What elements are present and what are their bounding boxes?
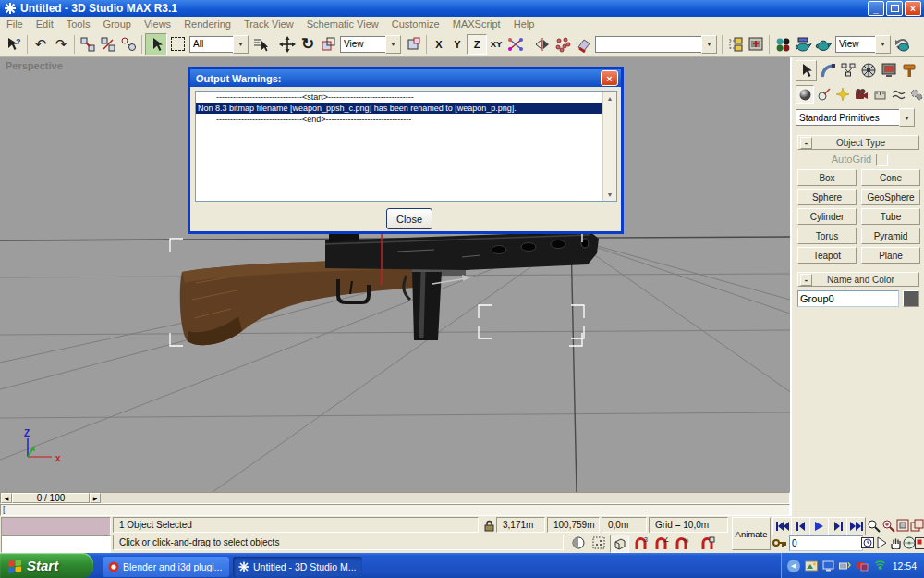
zoom-extents-all-icon[interactable] xyxy=(910,517,924,534)
snap-dotted-icon[interactable] xyxy=(590,535,607,551)
start-button[interactable]: Start xyxy=(0,553,93,578)
geosphere-button[interactable]: GeoSphere xyxy=(861,189,920,205)
tab-create[interactable] xyxy=(796,60,817,81)
menu-file[interactable]: File xyxy=(6,18,23,30)
spinner-snap-icon[interactable] xyxy=(699,535,716,551)
select-and-link-icon[interactable] xyxy=(78,34,98,55)
category-geometry-icon[interactable] xyxy=(796,85,814,104)
current-frame-input[interactable] xyxy=(789,535,863,551)
listbox-scrollbar[interactable]: ▲ ▼ xyxy=(602,92,616,201)
dialog-close-action-button[interactable]: Close xyxy=(386,208,432,229)
scroll-up-icon[interactable]: ▲ xyxy=(603,92,616,105)
cone-button[interactable]: Cone xyxy=(861,169,920,186)
cylinder-button[interactable]: Cylinder xyxy=(797,208,857,225)
menu-views[interactable]: Views xyxy=(144,18,171,30)
object-type-rollout[interactable]: - Object Type xyxy=(797,135,919,150)
taskbar-task-3dsmax[interactable]: Untitled - 3D Studio M... xyxy=(233,557,362,577)
category-helpers-icon[interactable] xyxy=(871,86,888,103)
teapot-button[interactable]: Teapot xyxy=(797,247,857,264)
help-mode-icon[interactable]: ? xyxy=(4,34,24,55)
menu-customize[interactable]: Customize xyxy=(392,18,440,30)
object-color-swatch[interactable] xyxy=(903,290,919,307)
menu-edit[interactable]: Edit xyxy=(36,18,54,30)
tab-display[interactable] xyxy=(879,60,898,80)
render-scene-icon[interactable] xyxy=(793,34,813,55)
menu-track-view[interactable]: Track View xyxy=(244,18,294,30)
render-type-dropdown[interactable]: View ▼ xyxy=(835,36,891,53)
min-max-toggle-icon[interactable] xyxy=(915,535,924,551)
play-button[interactable] xyxy=(809,517,829,535)
track-bar[interactable]: [ xyxy=(0,504,790,516)
angle-snap-icon[interactable]: ∠ xyxy=(652,535,670,551)
tab-modify[interactable] xyxy=(818,60,837,80)
time-slider-track[interactable]: ◀ 0 / 100 ▶ xyxy=(0,492,790,504)
tray-chevron-icon[interactable]: ◀ xyxy=(787,560,800,572)
category-lights-icon[interactable] xyxy=(834,86,851,103)
tray-display-icon[interactable] xyxy=(822,560,834,572)
undo-icon[interactable]: ↶ xyxy=(30,34,51,55)
key-mode-icon[interactable] xyxy=(772,535,787,551)
degradation-override-icon[interactable] xyxy=(569,535,587,551)
category-cameras-icon[interactable] xyxy=(853,86,869,103)
list-item-selected[interactable]: Non 8.3 bitmap filename [weapon_ppsh_c.p… xyxy=(196,103,602,114)
maxscript-mini-listener-white[interactable] xyxy=(1,535,111,553)
region-select-icon[interactable] xyxy=(167,34,188,55)
time-slider-prev-icon[interactable]: ◀ xyxy=(1,493,12,503)
align-icon[interactable] xyxy=(573,34,593,55)
arc-rotate-icon[interactable] xyxy=(903,535,916,551)
restrict-xy-button[interactable]: XY xyxy=(487,35,505,54)
select-and-move-icon[interactable] xyxy=(277,34,298,55)
restrict-x-button[interactable]: X xyxy=(430,35,448,54)
track-view-icon[interactable] xyxy=(725,34,746,55)
zoom-extents-icon[interactable] xyxy=(896,517,910,534)
animate-button[interactable]: Animate xyxy=(732,517,771,550)
snap-nodes-icon[interactable] xyxy=(505,34,526,55)
menu-help[interactable]: Help xyxy=(514,18,535,30)
menu-tools[interactable]: Tools xyxy=(67,18,91,30)
schematic-view-icon[interactable] xyxy=(746,34,766,55)
zoom-icon[interactable] xyxy=(867,517,881,534)
restore-button[interactable] xyxy=(886,1,903,16)
snap-toggle-3d-icon[interactable] xyxy=(610,535,629,553)
select-and-scale-icon[interactable] xyxy=(318,34,338,55)
material-editor-icon[interactable] xyxy=(772,34,793,55)
quick-render-icon[interactable] xyxy=(813,34,833,55)
scroll-down-icon[interactable]: ▼ xyxy=(603,188,616,201)
array-icon[interactable] xyxy=(553,34,573,55)
go-to-end-button[interactable] xyxy=(846,517,866,535)
tab-hierarchy[interactable] xyxy=(838,60,857,80)
list-item[interactable]: -------------------------------<end>----… xyxy=(196,114,616,125)
next-frame-button[interactable] xyxy=(828,517,847,535)
object-name-input[interactable] xyxy=(797,290,899,307)
minimize-button[interactable]: _ xyxy=(868,1,884,16)
category-systems-icon[interactable] xyxy=(908,86,924,103)
percent-snap-icon[interactable]: % xyxy=(673,535,690,551)
dialog-close-button[interactable]: × xyxy=(601,70,618,86)
tab-utilities[interactable] xyxy=(899,60,918,80)
tab-motion[interactable] xyxy=(858,60,878,80)
reference-coordinate-dropdown[interactable]: View ▼ xyxy=(340,36,401,53)
named-selection-dropdown[interactable]: ▼ xyxy=(595,36,717,53)
go-to-start-button[interactable] xyxy=(772,517,792,535)
select-by-name-icon[interactable] xyxy=(250,34,271,55)
time-configuration-icon[interactable] xyxy=(861,535,874,551)
menu-maxscript[interactable]: MAXScript xyxy=(453,18,501,30)
tray-image-icon[interactable] xyxy=(805,560,818,572)
zoom-all-icon[interactable] xyxy=(881,517,895,534)
primitive-category-dropdown[interactable]: Standard Primitives ▼ xyxy=(796,109,924,126)
mirror-icon[interactable] xyxy=(532,34,553,55)
category-spacewarps-icon[interactable] xyxy=(890,86,906,103)
redo-icon[interactable]: ↷ xyxy=(51,34,71,55)
torus-button[interactable]: Torus xyxy=(797,228,857,244)
category-shapes-icon[interactable] xyxy=(816,86,833,103)
sphere-button[interactable]: Sphere xyxy=(797,189,857,205)
maxscript-mini-listener-pink[interactable] xyxy=(1,517,111,535)
use-pivot-center-icon[interactable] xyxy=(403,34,423,55)
snap-magnet-3d-icon[interactable]: 3 xyxy=(632,535,650,551)
select-object-icon[interactable] xyxy=(145,33,167,55)
tube-button[interactable]: Tube xyxy=(861,208,920,225)
time-slider-handle[interactable]: 0 / 100 xyxy=(12,493,90,503)
selection-filter-dropdown[interactable]: All ▼ xyxy=(189,36,249,53)
autogrid-checkbox[interactable] xyxy=(876,154,888,166)
tray-network-icon[interactable] xyxy=(839,560,852,572)
